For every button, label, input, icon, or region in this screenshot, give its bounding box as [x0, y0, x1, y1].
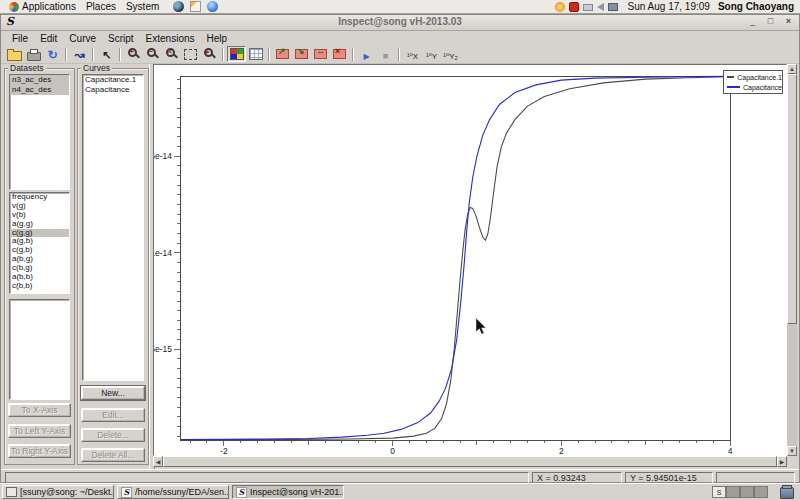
update-icon[interactable] [555, 2, 565, 12]
clock[interactable]: Sun Aug 17, 19:09 [628, 1, 710, 12]
network-icon[interactable] [608, 3, 618, 11]
zoom-off-button[interactable] [162, 46, 181, 62]
toolbar-separator [398, 48, 400, 61]
play-button[interactable] [357, 46, 376, 62]
menu-script[interactable]: Script [102, 33, 140, 44]
variable-item[interactable]: frequency [10, 193, 69, 202]
curve-tool-b-button[interactable] [292, 46, 311, 62]
minimize-icon[interactable] [747, 16, 758, 27]
scroll-up-icon[interactable]: ▲ [787, 64, 797, 74]
text-editor-launcher-icon[interactable] [190, 1, 201, 12]
curve-tool-d-button[interactable] [330, 46, 349, 62]
curves-listbox[interactable]: Capacitance.1Capacitance [82, 74, 144, 381]
legend-entry: Capacitance.1 [724, 72, 782, 82]
variable-item[interactable]: v(b) [10, 211, 69, 220]
legend-entry: Capacitance [724, 82, 782, 92]
variable-item[interactable]: a(g,b) [10, 237, 69, 246]
trash-icon[interactable] [780, 487, 794, 499]
taskbar-window-button[interactable]: [ssuny@song: ~/Deskt... [2, 485, 114, 499]
plot-vscrollbar[interactable]: ▲ ▼ [787, 64, 797, 456]
datasets-listbox[interactable]: n3_ac_desn4_ac_des [9, 74, 70, 190]
window-title: Inspect@song vH-2013.03 [1, 16, 799, 27]
maximize-icon[interactable] [765, 16, 776, 27]
alert-icon[interactable] [569, 2, 579, 12]
toolbar-separator [92, 48, 94, 61]
variable-item[interactable]: a(b,b) [10, 273, 69, 282]
menu-help[interactable]: Help [201, 33, 234, 44]
volume-icon[interactable] [597, 3, 604, 11]
taskbar-window-button[interactable]: S/home/ssuny/EDA/sen... [117, 485, 229, 499]
palette-button[interactable] [227, 46, 246, 62]
palette-icon [230, 48, 244, 60]
print-button[interactable] [24, 46, 43, 62]
mail-icon[interactable] [583, 4, 593, 11]
y-tick-label: 1.5e-14 [154, 151, 172, 161]
variable-item[interactable]: c(g,b) [10, 246, 69, 255]
vscroll-thumb[interactable] [787, 74, 797, 324]
panel-menu-label: Places [86, 1, 116, 12]
open-button[interactable] [5, 46, 24, 62]
taskbar: [ssuny@song: ~/Deskt...S/home/ssuny/EDA/… [0, 483, 800, 500]
plot-area: -20245e-151e-141.5e-14 Capacitance.1Capa… [153, 64, 797, 467]
zoom-out-button[interactable] [143, 46, 162, 62]
log-y-button[interactable] [422, 46, 441, 62]
zoom-sel-button[interactable] [200, 46, 219, 62]
scroll-left-icon[interactable]: ◀ [153, 456, 163, 467]
workspace-cell[interactable] [726, 486, 740, 498]
variables-listbox[interactable]: frequencyv(g)v(b)a(g,g)c(g,g)a(g,b)c(g,b… [9, 192, 70, 294]
scroll-right-icon[interactable]: ▶ [777, 456, 787, 467]
empty-listbox[interactable] [9, 299, 70, 400]
panel-menu-system[interactable]: System [121, 0, 164, 13]
plot-canvas[interactable]: -20245e-151e-141.5e-14 Capacitance.1Capa… [153, 64, 787, 456]
plot-hscrollbar[interactable]: ◀ ▶ [153, 456, 787, 467]
browser-launcher-icon[interactable] [173, 1, 184, 12]
zoom-in-button[interactable] [124, 46, 143, 62]
refresh-button[interactable] [43, 46, 62, 62]
wave-button[interactable] [70, 46, 89, 62]
variable-item[interactable]: a(b,g) [10, 255, 69, 264]
log-y2-button[interactable] [441, 46, 460, 62]
log-x-icon [407, 45, 418, 63]
pointer-button[interactable] [97, 46, 116, 62]
variable-item[interactable]: c(g,g) [10, 229, 69, 238]
stop-button[interactable] [376, 46, 395, 62]
zoom-box-button[interactable] [181, 46, 200, 62]
web-browser-launcher-icon[interactable] [207, 1, 218, 12]
variable-item[interactable]: a(g,g) [10, 220, 69, 229]
close-icon[interactable] [783, 16, 794, 27]
panel-menu-applications[interactable]: Applications [4, 0, 81, 13]
menu-curve[interactable]: Curve [63, 33, 102, 44]
curve-item[interactable]: Capacitance.1 [83, 75, 143, 85]
scroll-down-icon[interactable]: ▼ [787, 446, 797, 456]
new--button[interactable]: New... [81, 386, 145, 400]
zoom-off-icon [166, 48, 175, 57]
workspace-cell[interactable]: S [712, 486, 726, 498]
panel-menu-places[interactable]: Places [81, 0, 121, 13]
taskbar-window-button[interactable]: SInspect@song vH-201... [232, 485, 344, 499]
workspace-cell[interactable] [754, 486, 768, 498]
curve-tool-c-button[interactable] [311, 46, 330, 62]
hscroll-thumb[interactable] [163, 456, 777, 467]
dataset-item[interactable]: n3_ac_des [10, 75, 69, 85]
log-x-button[interactable] [403, 46, 422, 62]
log-y2-icon [443, 45, 457, 63]
edit--button: Edit... [81, 408, 145, 422]
curve-item[interactable]: Capacitance [83, 85, 143, 95]
menu-file[interactable]: File [6, 33, 34, 44]
workspace-cell[interactable] [740, 486, 754, 498]
menu-edit[interactable]: Edit [34, 33, 63, 44]
variable-item[interactable]: v(g) [10, 202, 69, 211]
legend-line-swatch [727, 86, 740, 88]
grid-button[interactable] [246, 46, 265, 62]
menu-extensions[interactable]: Extensions [140, 33, 201, 44]
zoom-in-icon [128, 48, 137, 57]
user-name[interactable]: Song Chaoyang [718, 1, 794, 12]
curve-tool-a-button[interactable] [273, 46, 292, 62]
workspace-switcher[interactable]: S [712, 486, 768, 498]
dataset-item[interactable]: n4_ac_des [10, 85, 69, 95]
variable-item[interactable]: c(b,g) [10, 264, 69, 273]
play-icon [363, 45, 369, 63]
titlebar[interactable]: S Inspect@song vH-2013.03 [1, 15, 799, 31]
variable-item[interactable]: c(b,b) [10, 282, 69, 291]
menubar: FileEditCurveScriptExtensionsHelp [1, 31, 799, 45]
